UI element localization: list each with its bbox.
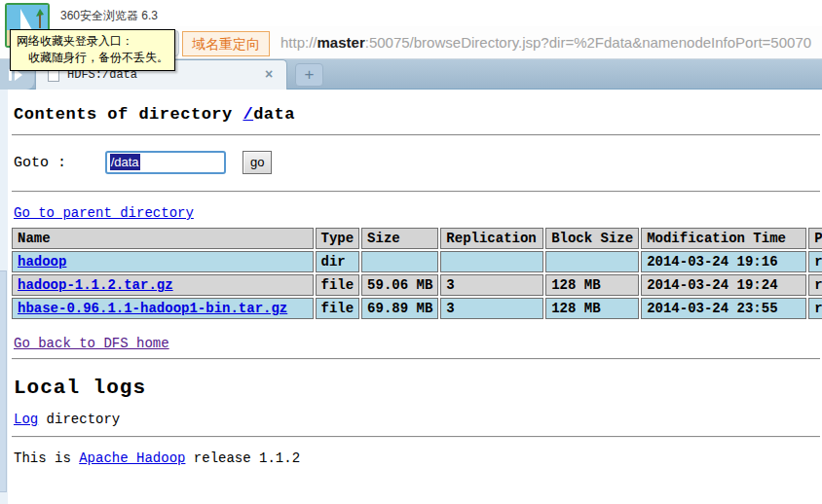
url-host: master [318,34,365,51]
new-tab-button[interactable]: + [295,63,323,87]
log-suffix: directory [38,412,120,427]
url-input[interactable]: http://master:50075/browseDirectory.jsp?… [280,26,822,59]
directory-table: NameTypeSizeReplicationBlock SizeModific… [10,226,822,321]
cell-name: hadoop [12,251,314,272]
column-header: Size [361,228,438,249]
cell-block_size [545,251,639,272]
heading-prefix: Contents of directory [14,105,243,124]
parent-directory-link[interactable]: Go to parent directory [14,205,194,221]
table-row: hbase-0.96.1.1-hadoop1-bin.tar.gzfile69.… [12,298,822,319]
dfs-home-link[interactable]: Go back to DFS home [14,336,169,351]
cell-mod_time: 2014-03-24 23:55 [641,298,806,319]
divider [12,436,820,438]
page-title: Contents of directory /data [14,105,822,124]
goto-form: Goto : /data go [14,151,822,176]
tab-close-icon[interactable]: × [261,66,277,82]
go-button[interactable]: go [243,151,272,174]
browser-title: 360安全浏览器 6.3 [60,8,158,24]
file-link[interactable]: hadoop-1.1.2.tar.gz [18,277,173,293]
cell-mod_time: 2014-03-24 19:16 [641,251,806,272]
log-link[interactable]: Log [14,412,38,427]
divider [12,191,820,193]
goto-label: Goto : [14,155,66,171]
url-scheme: http:// [280,34,318,51]
local-logs-heading: Local logs [14,377,822,399]
footer-suffix: release 1.1.2 [185,450,300,466]
directory-table-body: hadoopdir2014-03-24 19:16rwxhadoop-1.1.2… [12,251,822,319]
favorites-login-tooltip: 网络收藏夹登录入口： 收藏随身行，备份不丢失。 [10,29,175,71]
domain-redirect-badge[interactable]: 域名重定向 [182,31,270,56]
heading-directory-name: data [253,105,295,124]
table-row: hadoop-1.1.2.tar.gzfile59.06 MB3128 MB20… [12,274,822,296]
cell-perm: rwx [808,251,822,272]
cell-perm: rw- [808,274,822,296]
cell-mod_time: 2014-03-24 19:24 [641,274,806,296]
file-link[interactable]: hbase-0.96.1.1-hadoop1-bin.tar.gz [18,301,287,316]
table-row: hadoopdir2014-03-24 19:16rwx [12,251,822,272]
root-directory-link[interactable]: / [243,105,253,124]
release-footer: This is Apache Hadoop release 1.1.2 [14,450,822,466]
cell-replication: 3 [440,298,543,319]
cell-block_size: 128 MB [545,274,639,296]
cell-name: hbase-0.96.1.1-hadoop1-bin.tar.gz [12,298,314,319]
file-link[interactable]: hadoop [18,254,66,270]
goto-input-selected-text: /data [110,154,140,170]
cell-type: dir [316,251,360,272]
cell-size: 59.06 MB [361,274,438,296]
goto-input[interactable]: /data [105,151,226,174]
cell-name: hadoop-1.1.2.tar.gz [12,274,314,296]
url-path: :50075/browseDirectory.jsp?dir=%2Fdata&n… [365,34,811,51]
cell-replication [440,251,543,272]
cell-block_size: 128 MB [545,298,639,319]
divider [12,134,820,136]
side-panel-handle[interactable]: ▶ [0,270,7,492]
divider [12,358,820,360]
tooltip-line2: 收藏随身行，备份不丢失。 [17,50,168,66]
page-content: ▶ Contents of directory /data Goto : /da… [0,90,822,504]
column-header: Block Size [545,228,639,249]
tooltip-line1: 网络收藏夹登录入口： [17,33,168,50]
log-directory-line: Log directory [14,412,822,427]
apache-hadoop-link[interactable]: Apache Hadoop [79,450,185,466]
table-header-row: NameTypeSizeReplicationBlock SizeModific… [12,228,822,249]
column-header: Per [808,228,822,249]
cell-type: file [316,298,360,319]
cell-size [361,251,438,272]
cell-type: file [316,274,360,296]
cell-perm: rw- [808,298,822,319]
footer-prefix: This is [14,450,79,466]
column-header: Modification Time [641,228,806,249]
cell-replication: 3 [440,274,543,296]
cell-size: 69.89 MB [361,298,438,319]
title-bar: 360安全浏览器 6.3 [0,0,822,26]
column-header: Type [316,228,360,249]
browser-window: 360安全浏览器 6.3 ★ 域名重定向 http://master:50075… [0,0,822,504]
column-header: Replication [440,228,543,249]
column-header: Name [12,228,314,249]
